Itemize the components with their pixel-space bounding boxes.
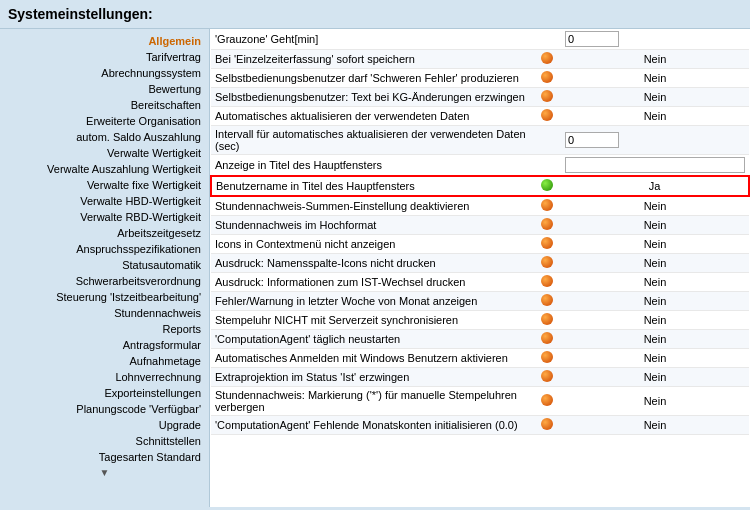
setting-indicator-0 <box>533 29 561 50</box>
setting-indicator-13 <box>533 292 561 311</box>
sidebar-item-14[interactable]: Statusautomatik <box>0 257 209 273</box>
setting-indicator-3 <box>533 88 561 107</box>
table-row: Bei 'Einzelzeiterfassung' sofort speiche… <box>211 50 749 69</box>
setting-label-14: Stempeluhr NICHT mit Serverzeit synchron… <box>211 311 533 330</box>
setting-indicator-9 <box>533 216 561 235</box>
sidebar-item-6[interactable]: autom. Saldo Auszahlung <box>0 129 209 145</box>
setting-value-14: Nein <box>561 311 749 330</box>
sidebar-scroll-down[interactable]: ▼ <box>0 465 209 480</box>
table-row: Automatisches Anmelden mit Windows Benut… <box>211 349 749 368</box>
table-row: 'ComputationAgent' täglich neustartenNei… <box>211 330 749 349</box>
setting-value-15: Nein <box>561 330 749 349</box>
orange-dot-icon <box>541 71 553 83</box>
setting-value-7: Ja <box>561 176 749 196</box>
table-row: Benutzername in Titel des HauptfenstersJ… <box>211 176 749 196</box>
orange-dot-icon <box>541 294 553 306</box>
orange-dot-icon <box>541 218 553 230</box>
setting-label-9: Stundennachweis im Hochformat <box>211 216 533 235</box>
orange-dot-icon <box>541 237 553 249</box>
setting-label-0: 'Grauzone' Geht[min] <box>211 29 533 50</box>
sidebar-item-9[interactable]: Verwalte fixe Wertigkeit <box>0 177 209 193</box>
setting-value-9: Nein <box>561 216 749 235</box>
setting-value-12: Nein <box>561 273 749 292</box>
sidebar-item-4[interactable]: Bereitschaften <box>0 97 209 113</box>
setting-label-12: Ausdruck: Informationen zum IST-Wechsel … <box>211 273 533 292</box>
setting-label-4: Automatisches aktualisieren der verwende… <box>211 107 533 126</box>
setting-label-17: Extraprojektion im Status 'Ist' erzwinge… <box>211 368 533 387</box>
setting-value-0[interactable] <box>561 29 749 50</box>
sidebar-item-13[interactable]: Anspruchsspezifikationen <box>0 241 209 257</box>
sidebar-item-7[interactable]: Verwalte Wertigkeit <box>0 145 209 161</box>
sidebar-item-18[interactable]: Reports <box>0 321 209 337</box>
sidebar-item-20[interactable]: Aufnahmetage <box>0 353 209 369</box>
sidebar-item-3[interactable]: Bewertung <box>0 81 209 97</box>
setting-indicator-2 <box>533 69 561 88</box>
setting-value-3: Nein <box>561 88 749 107</box>
sidebar-item-19[interactable]: Antragsformular <box>0 337 209 353</box>
orange-dot-icon <box>541 256 553 268</box>
setting-indicator-15 <box>533 330 561 349</box>
orange-dot-icon <box>541 313 553 325</box>
sidebar-item-0[interactable]: Allgemein <box>0 33 209 49</box>
setting-input-5[interactable] <box>565 132 619 148</box>
setting-label-7: Benutzername in Titel des Hauptfensters <box>211 176 533 196</box>
sidebar-item-21[interactable]: Lohnverrechnung <box>0 369 209 385</box>
table-row: Extraprojektion im Status 'Ist' erzwinge… <box>211 368 749 387</box>
sidebar-item-2[interactable]: Abrechnungssystem <box>0 65 209 81</box>
setting-value-16: Nein <box>561 349 749 368</box>
setting-value-2: Nein <box>561 69 749 88</box>
sidebar-item-26[interactable]: Tagesarten Standard <box>0 449 209 465</box>
setting-indicator-6 <box>533 155 561 177</box>
setting-indicator-1 <box>533 50 561 69</box>
setting-label-3: Selbstbedienungsbenutzer: Text bei KG-Än… <box>211 88 533 107</box>
setting-indicator-10 <box>533 235 561 254</box>
sidebar-item-5[interactable]: Erweiterte Organisation <box>0 113 209 129</box>
setting-indicator-11 <box>533 254 561 273</box>
setting-indicator-8 <box>533 196 561 216</box>
table-row: Stundennachweis-Summen-Einstellung deakt… <box>211 196 749 216</box>
sidebar-item-17[interactable]: Stundennachweis <box>0 305 209 321</box>
sidebar-item-23[interactable]: Planungscode 'Verfügbar' <box>0 401 209 417</box>
setting-value-6[interactable] <box>561 155 749 177</box>
orange-dot-icon <box>541 275 553 287</box>
orange-dot-icon <box>541 199 553 211</box>
setting-input-0[interactable] <box>565 31 619 47</box>
green-dot-icon <box>541 179 553 191</box>
sidebar-item-24[interactable]: Upgrade <box>0 417 209 433</box>
setting-label-18: Stundennachweis: Markierung ('*') für ma… <box>211 387 533 416</box>
sidebar-item-16[interactable]: Steuerung 'Istzeitbearbeitung' <box>0 289 209 305</box>
setting-value-18: Nein <box>561 387 749 416</box>
sidebar-item-8[interactable]: Verwalte Auszahlung Wertigkeit <box>0 161 209 177</box>
sidebar-item-10[interactable]: Verwalte HBD-Wertigkeit <box>0 193 209 209</box>
table-row: Automatisches aktualisieren der verwende… <box>211 107 749 126</box>
table-row: Ausdruck: Namensspalte-Icons nicht druck… <box>211 254 749 273</box>
setting-indicator-5 <box>533 126 561 155</box>
table-row: Icons in Contextmenü nicht anzeigenNein <box>211 235 749 254</box>
setting-value-13: Nein <box>561 292 749 311</box>
sidebar-item-25[interactable]: Schnittstellen <box>0 433 209 449</box>
table-row: Stempeluhr NICHT mit Serverzeit synchron… <box>211 311 749 330</box>
setting-indicator-12 <box>533 273 561 292</box>
table-row: Selbstbedienungsbenutzer: Text bei KG-Än… <box>211 88 749 107</box>
setting-indicator-16 <box>533 349 561 368</box>
table-row: Fehler/Warnung in letzter Woche von Mona… <box>211 292 749 311</box>
setting-label-10: Icons in Contextmenü nicht anzeigen <box>211 235 533 254</box>
setting-text-input-6[interactable] <box>565 157 745 173</box>
sidebar-item-11[interactable]: Verwalte RBD-Wertigkeit <box>0 209 209 225</box>
sidebar-item-1[interactable]: Tarifvertrag <box>0 49 209 65</box>
sidebar-item-12[interactable]: Arbeitszeitgesetz <box>0 225 209 241</box>
orange-dot-icon <box>541 52 553 64</box>
table-row: Intervall für automatisches aktualisiere… <box>211 126 749 155</box>
table-row: Selbstbedienungsbenutzer darf 'Schweren … <box>211 69 749 88</box>
sidebar-item-15[interactable]: Schwerarbeitsverordnung <box>0 273 209 289</box>
setting-label-13: Fehler/Warnung in letzter Woche von Mona… <box>211 292 533 311</box>
table-row: Ausdruck: Informationen zum IST-Wechsel … <box>211 273 749 292</box>
setting-indicator-7 <box>533 176 561 196</box>
table-row: 'Grauzone' Geht[min] <box>211 29 749 50</box>
table-row: Stundennachweis: Markierung ('*') für ma… <box>211 387 749 416</box>
orange-dot-icon <box>541 90 553 102</box>
setting-value-5[interactable] <box>561 126 749 155</box>
setting-label-6: Anzeige in Titel des Hauptfensters <box>211 155 533 177</box>
sidebar-item-22[interactable]: Exporteinstellungen <box>0 385 209 401</box>
setting-label-5: Intervall für automatisches aktualisiere… <box>211 126 533 155</box>
